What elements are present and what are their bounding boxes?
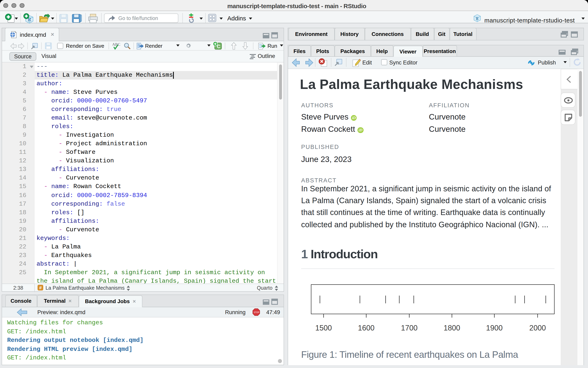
svg-text:1800: 1800 bbox=[443, 323, 460, 332]
svg-text:1600: 1600 bbox=[358, 323, 374, 332]
svg-text:1500: 1500 bbox=[315, 323, 332, 332]
svg-text:2000: 2000 bbox=[529, 323, 546, 332]
svg-text:STOP: STOP bbox=[253, 311, 259, 313]
svg-text:1900: 1900 bbox=[486, 323, 503, 332]
svg-text:ABC: ABC bbox=[112, 42, 120, 46]
svg-text:1700: 1700 bbox=[401, 323, 417, 332]
svg-text:R: R bbox=[476, 16, 479, 21]
